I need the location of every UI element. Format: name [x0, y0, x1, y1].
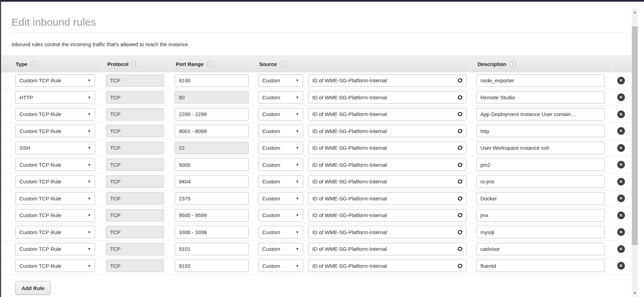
refresh-icon[interactable]	[457, 196, 463, 201]
source-input[interactable]	[308, 243, 467, 255]
port-range-input[interactable]	[175, 125, 249, 137]
info-icon[interactable]: i	[280, 61, 287, 67]
delete-rule-button[interactable]: ✕	[617, 245, 625, 253]
description-input[interactable]	[476, 142, 605, 154]
source-input[interactable]	[308, 259, 467, 272]
source-input[interactable]	[308, 125, 467, 137]
type-select[interactable]: Custom TCP Rule ▼	[15, 158, 95, 171]
description-input[interactable]	[476, 125, 605, 137]
info-icon[interactable]: i	[207, 61, 213, 67]
delete-rule-button[interactable]: ✕	[617, 127, 625, 135]
delete-rule-button[interactable]: ✕	[617, 93, 625, 101]
delete-rule-button[interactable]: ✕	[617, 161, 625, 168]
source-value-input[interactable]	[312, 111, 455, 117]
source-mode-select[interactable]: Custom ▼	[258, 108, 303, 121]
delete-rule-button[interactable]: ✕	[617, 195, 625, 202]
source-input[interactable]	[308, 74, 467, 87]
source-value-input[interactable]	[312, 263, 455, 269]
source-input[interactable]	[308, 158, 467, 171]
scrollbar-thumb[interactable]	[632, 26, 638, 245]
type-select[interactable]: Custom TCP Rule ▼	[15, 108, 95, 121]
type-select[interactable]: Custom TCP Rule ▼	[15, 192, 95, 205]
port-range-input[interactable]	[175, 192, 249, 205]
delete-rule-button[interactable]: ✕	[617, 212, 625, 219]
type-select[interactable]: Custom TCP Rule ▼	[15, 74, 95, 87]
refresh-icon[interactable]	[457, 77, 463, 83]
source-input[interactable]	[308, 108, 467, 121]
source-value-input[interactable]	[312, 162, 455, 168]
delete-rule-button[interactable]: ✕	[617, 77, 625, 84]
description-input[interactable]	[476, 259, 605, 272]
source-value-input[interactable]	[312, 229, 455, 235]
description-input[interactable]	[476, 209, 605, 222]
info-icon[interactable]: i	[31, 61, 37, 67]
source-mode-select[interactable]: Custom ▼	[258, 175, 303, 188]
description-input[interactable]	[476, 175, 605, 188]
port-range-input[interactable]	[175, 108, 249, 121]
source-input[interactable]	[308, 175, 467, 188]
source-input[interactable]	[308, 209, 467, 222]
source-mode-select[interactable]: Custom ▼	[258, 243, 303, 255]
type-select[interactable]: SSH ▼	[15, 142, 95, 154]
source-input[interactable]	[308, 91, 467, 104]
delete-rule-button[interactable]: ✕	[617, 262, 625, 270]
source-input[interactable]	[308, 192, 467, 205]
description-input[interactable]	[476, 192, 605, 205]
port-range-input[interactable]	[175, 226, 249, 238]
source-value-input[interactable]	[312, 246, 455, 252]
source-mode-select[interactable]: Custom ▼	[258, 142, 303, 154]
source-value-input[interactable]	[312, 212, 455, 218]
source-value-input[interactable]	[312, 179, 455, 184]
source-value-input[interactable]	[312, 196, 455, 201]
source-mode-select[interactable]: Custom ▼	[258, 91, 303, 104]
source-mode-select[interactable]: Custom ▼	[258, 125, 303, 137]
delete-rule-button[interactable]: ✕	[617, 178, 625, 185]
description-input[interactable]	[476, 74, 605, 87]
source-mode-select[interactable]: Custom ▼	[258, 226, 303, 238]
type-select[interactable]: Custom TCP Rule ▼	[15, 175, 95, 188]
info-icon[interactable]: i	[132, 61, 138, 67]
type-select[interactable]: Custom TCP Rule ▼	[15, 209, 95, 222]
source-input[interactable]	[308, 226, 467, 238]
source-value-input[interactable]	[312, 128, 455, 134]
source-mode-select[interactable]: Custom ▼	[258, 74, 303, 87]
type-select[interactable]: Custom TCP Rule ▼	[15, 226, 95, 238]
delete-rule-button[interactable]: ✕	[617, 144, 625, 152]
type-select[interactable]: Custom TCP Rule ▼	[15, 243, 95, 255]
type-select[interactable]: HTTP ▼	[15, 91, 95, 104]
type-select[interactable]: Custom TCP Rule ▼	[15, 125, 95, 137]
delete-rule-button[interactable]: ✕	[617, 110, 625, 118]
source-mode-select[interactable]: Custom ▼	[258, 192, 303, 205]
description-input[interactable]	[476, 243, 605, 255]
description-input[interactable]	[476, 108, 605, 121]
source-input[interactable]	[308, 142, 467, 154]
refresh-icon[interactable]	[457, 263, 463, 269]
port-range-input[interactable]	[175, 74, 249, 87]
refresh-icon[interactable]	[457, 145, 463, 151]
description-input[interactable]	[476, 226, 605, 238]
scroll-up-arrow-icon[interactable]: ▲	[632, 9, 638, 15]
vertical-scrollbar[interactable]: ▲ ▼	[632, 8, 638, 297]
type-select[interactable]: Custom TCP Rule ▼	[15, 259, 95, 272]
source-mode-select[interactable]: Custom ▼	[258, 209, 303, 222]
refresh-icon[interactable]	[457, 179, 463, 184]
source-mode-select[interactable]: Custom ▼	[258, 158, 303, 171]
port-range-input[interactable]	[175, 259, 249, 272]
refresh-icon[interactable]	[457, 94, 463, 100]
port-range-input[interactable]	[175, 175, 249, 188]
description-input[interactable]	[476, 91, 605, 104]
port-range-input[interactable]	[175, 243, 249, 255]
refresh-icon[interactable]	[457, 162, 463, 168]
refresh-icon[interactable]	[457, 128, 463, 134]
delete-rule-button[interactable]: ✕	[617, 228, 625, 236]
refresh-icon[interactable]	[457, 229, 463, 235]
refresh-icon[interactable]	[457, 111, 463, 117]
port-range-input[interactable]	[175, 158, 249, 171]
refresh-icon[interactable]	[457, 212, 463, 218]
scroll-down-arrow-icon[interactable]: ▼	[632, 290, 638, 296]
info-icon[interactable]: i	[510, 61, 516, 67]
source-value-input[interactable]	[312, 77, 455, 83]
description-input[interactable]	[476, 158, 605, 171]
source-mode-select[interactable]: Custom ▼	[258, 259, 303, 272]
source-value-input[interactable]	[312, 94, 455, 100]
